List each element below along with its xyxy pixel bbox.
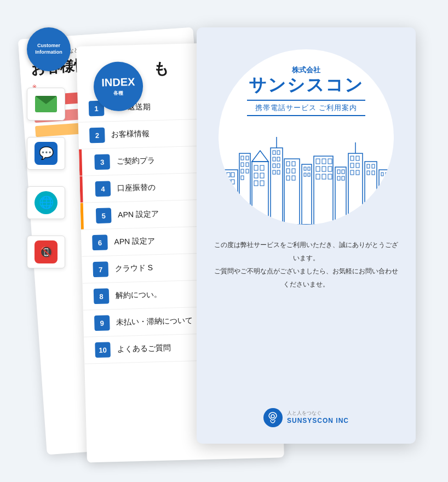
svg-rect-18 bbox=[260, 173, 264, 178]
globe-icon: 🌐 bbox=[35, 191, 58, 214]
svg-rect-73 bbox=[386, 173, 388, 176]
item-num-9: 9 bbox=[94, 315, 110, 331]
svg-rect-4 bbox=[231, 180, 234, 184]
badge-line2: Information bbox=[35, 49, 62, 56]
svg-rect-9 bbox=[246, 163, 249, 167]
svg-rect-61 bbox=[351, 163, 354, 168]
svg-rect-47 bbox=[316, 167, 320, 171]
email-icon-box bbox=[27, 88, 65, 120]
svg-rect-26 bbox=[273, 164, 275, 168]
index-sub: 各種 bbox=[113, 90, 123, 97]
svg-rect-36 bbox=[286, 176, 290, 180]
svg-rect-60 bbox=[356, 156, 359, 160]
svg-rect-16 bbox=[260, 165, 264, 170]
svg-rect-35 bbox=[292, 169, 295, 173]
svg-rect-70 bbox=[372, 171, 375, 175]
badge-line1: Customer bbox=[37, 43, 60, 49]
svg-rect-51 bbox=[322, 174, 326, 179]
chat-app-icon: 💬 bbox=[35, 142, 58, 165]
svg-marker-14 bbox=[252, 151, 268, 162]
svg-rect-28 bbox=[273, 170, 275, 174]
footer-logo-text: 人と人をつなぐ SUNSYSCON INC bbox=[287, 410, 349, 426]
red-bar-3 bbox=[79, 150, 82, 176]
svg-rect-20 bbox=[260, 181, 264, 186]
svg-rect-6 bbox=[241, 156, 244, 160]
item-num-2: 2 bbox=[89, 128, 105, 144]
mid-title: も bbox=[153, 58, 170, 79]
svg-rect-68 bbox=[372, 164, 375, 168]
svg-rect-34 bbox=[286, 169, 290, 173]
welcome-line2: ご質問やご不明な点がございましたら、お気軽にお問い合わせくださいませ。 bbox=[213, 265, 399, 291]
svg-rect-49 bbox=[328, 167, 332, 171]
svg-rect-27 bbox=[277, 164, 280, 168]
svg-rect-64 bbox=[356, 170, 359, 175]
svg-rect-41 bbox=[304, 173, 306, 176]
svg-rect-29 bbox=[277, 170, 280, 174]
svg-rect-53 bbox=[335, 167, 346, 225]
svg-rect-66 bbox=[365, 162, 377, 225]
svg-rect-50 bbox=[316, 174, 320, 179]
scene: メールアドレスなど お客様情報 ※ Customer Information 💬… bbox=[32, 16, 416, 466]
phone-icon: 📵 bbox=[35, 240, 58, 263]
svg-rect-17 bbox=[254, 173, 258, 178]
customer-info-badge: Customer Information bbox=[27, 27, 71, 71]
svg-rect-0 bbox=[224, 170, 238, 225]
item-num-8: 8 bbox=[94, 288, 110, 304]
svg-rect-40 bbox=[308, 167, 310, 170]
svg-rect-55 bbox=[342, 170, 344, 174]
svg-rect-44 bbox=[316, 159, 320, 164]
svg-rect-11 bbox=[246, 169, 249, 173]
svg-rect-67 bbox=[367, 164, 370, 168]
svg-rect-54 bbox=[337, 170, 340, 174]
item-num-5: 5 bbox=[96, 208, 112, 223]
logo-tagline: 人と人をつなぐ bbox=[287, 410, 349, 417]
svg-rect-24 bbox=[273, 157, 275, 161]
index-label: INDEX bbox=[101, 76, 135, 89]
footer-logo-icon bbox=[263, 408, 283, 427]
footer-logo: 人と人をつなぐ SUNSYSCON INC bbox=[263, 408, 349, 427]
item-num-10: 10 bbox=[95, 342, 111, 358]
svg-rect-23 bbox=[277, 151, 280, 154]
svg-rect-7 bbox=[246, 156, 249, 160]
svg-rect-46 bbox=[328, 159, 332, 164]
svg-rect-3 bbox=[227, 180, 230, 184]
orange-bar-5 bbox=[81, 203, 84, 229]
svg-rect-39 bbox=[304, 167, 306, 170]
svg-rect-62 bbox=[356, 163, 359, 168]
svg-rect-32 bbox=[286, 162, 290, 166]
item-num-3: 3 bbox=[94, 154, 110, 170]
svg-rect-25 bbox=[277, 157, 280, 161]
company-line2: サンシスコン bbox=[247, 74, 366, 95]
svg-rect-2 bbox=[231, 173, 234, 177]
svg-rect-21 bbox=[271, 148, 283, 225]
item-num-4: 4 bbox=[95, 181, 111, 197]
red-bar-4 bbox=[79, 176, 83, 203]
svg-rect-22 bbox=[273, 151, 275, 154]
item-num-7: 7 bbox=[93, 261, 108, 277]
svg-rect-72 bbox=[381, 173, 383, 176]
svg-rect-19 bbox=[254, 181, 258, 186]
svg-rect-56 bbox=[337, 176, 340, 180]
doc-front-content: 株式会社 サンシスコン 携帯電話サービス ご利用案内 bbox=[197, 27, 416, 444]
svg-rect-57 bbox=[342, 176, 344, 180]
item-num-6: 6 bbox=[92, 234, 108, 250]
svg-rect-33 bbox=[292, 162, 295, 166]
city-circle: 株式会社 サンシスコン 携帯電話サービス ご利用案内 bbox=[219, 49, 394, 225]
company-line1: 株式会社 bbox=[247, 66, 366, 74]
email-icon bbox=[35, 96, 57, 112]
svg-rect-52 bbox=[328, 174, 332, 179]
svg-rect-1 bbox=[227, 173, 230, 177]
svg-rect-45 bbox=[322, 159, 326, 164]
svg-point-75 bbox=[271, 415, 274, 418]
company-subtitle: 携帯電話サービス ご利用案内 bbox=[247, 100, 366, 116]
svg-rect-8 bbox=[241, 163, 244, 167]
welcome-text: この度は弊社サービスをご利用いただき、誠にありがとうございます。 ご質問やご不明… bbox=[213, 238, 399, 291]
doc-front: 株式会社 サンシスコン 携帯電話サービス ご利用案内 bbox=[197, 27, 416, 444]
svg-rect-42 bbox=[308, 173, 310, 176]
svg-rect-63 bbox=[351, 170, 354, 175]
logo-name: SUNSYSCON INC bbox=[287, 416, 349, 426]
company-name-area: 株式会社 サンシスコン 携帯電話サービス ご利用案内 bbox=[247, 66, 366, 116]
svg-rect-59 bbox=[351, 156, 354, 160]
svg-rect-37 bbox=[292, 176, 295, 180]
svg-rect-48 bbox=[322, 167, 326, 171]
